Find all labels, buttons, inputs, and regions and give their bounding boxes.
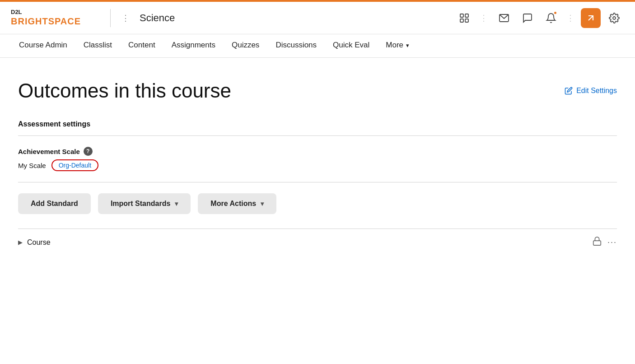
- buttons-divider: [18, 182, 617, 182]
- lock-icon: [592, 236, 602, 248]
- header-divider: [110, 9, 111, 27]
- logo-brightspace-text: BRIGHTSPACE: [11, 16, 81, 26]
- logo-area: D2L BRIGHTSPACE: [11, 9, 101, 27]
- assessment-section: Assessment settings Achievement Scale ? …: [18, 120, 617, 182]
- header-icon-separator-2: ⋮: [565, 13, 577, 23]
- svg-line-5: [588, 16, 593, 20]
- more-actions-label: More Actions: [210, 200, 256, 208]
- import-standards-button[interactable]: Import Standards ▾: [98, 193, 191, 214]
- org-default-badge-text: Org-Default: [59, 162, 91, 169]
- nav-item-discussions[interactable]: Discussions: [267, 34, 325, 58]
- nav-item-more-label: More: [386, 41, 403, 50]
- nav-bar: Course Admin Classlist Content Assignmen…: [0, 34, 635, 58]
- svg-rect-1: [465, 14, 468, 17]
- nav-item-quick-eval[interactable]: Quick Eval: [325, 34, 378, 58]
- mail-icon: [499, 13, 509, 23]
- nav-item-content[interactable]: Content: [120, 34, 163, 58]
- active-icon-button[interactable]: [581, 8, 601, 28]
- lock-svg: [592, 236, 602, 246]
- chat-icon-button[interactable]: [518, 8, 537, 28]
- pencil-icon: [565, 87, 573, 95]
- add-standard-button[interactable]: Add Standard: [18, 193, 91, 214]
- link-external-icon: [585, 13, 596, 23]
- help-icon[interactable]: ?: [84, 147, 93, 156]
- assessment-section-label: Assessment settings: [18, 120, 617, 128]
- import-standards-chevron-icon: ▾: [175, 200, 178, 207]
- action-buttons: Add Standard Import Standards ▾ More Act…: [18, 193, 617, 214]
- svg-point-6: [613, 17, 616, 19]
- main-content: Outcomes in this course Edit Settings As…: [0, 58, 635, 270]
- svg-rect-3: [465, 19, 468, 22]
- assessment-divider: [18, 135, 617, 136]
- nav-item-quizzes[interactable]: Quizzes: [224, 34, 267, 58]
- grid-icon: [459, 13, 470, 23]
- achievement-scale-label: Achievement Scale: [18, 148, 80, 155]
- svg-rect-2: [460, 19, 463, 22]
- header-icon-separator-1: ⋮: [478, 13, 490, 23]
- my-scale-label: My Scale: [18, 162, 46, 169]
- edit-settings-button[interactable]: Edit Settings: [565, 87, 617, 95]
- grid-icon-button[interactable]: [454, 8, 474, 28]
- nav-item-more[interactable]: More ▾: [378, 34, 417, 58]
- page-header: Outcomes in this course Edit Settings: [18, 79, 617, 102]
- header-dots-icon[interactable]: ⋮: [120, 13, 132, 23]
- gear-icon: [609, 13, 620, 23]
- more-actions-button[interactable]: More Actions ▾: [198, 193, 276, 214]
- nav-item-course-admin[interactable]: Course Admin: [11, 34, 75, 58]
- logo: D2L BRIGHTSPACE: [11, 9, 81, 27]
- settings-icon-button[interactable]: [604, 8, 624, 28]
- course-row-left: ▶ Course: [18, 238, 51, 247]
- notification-dot: [553, 11, 557, 15]
- header: D2L BRIGHTSPACE ⋮ Science ⋮: [0, 2, 635, 34]
- import-standards-label: Import Standards: [111, 200, 170, 208]
- header-icons: ⋮ ⋮: [454, 8, 624, 28]
- mail-icon-button[interactable]: [494, 8, 514, 28]
- course-row-label: Course: [27, 238, 51, 247]
- page-title: Outcomes in this course: [18, 79, 231, 102]
- add-standard-label: Add Standard: [31, 200, 78, 208]
- course-title: Science: [140, 12, 175, 24]
- logo-brightspace: BRIGHTSPACE: [11, 16, 81, 27]
- nav-item-classlist[interactable]: Classlist: [75, 34, 120, 58]
- nav-more-chevron-icon: ▾: [406, 42, 409, 49]
- svg-rect-0: [460, 14, 463, 17]
- achievement-scale-row: Achievement Scale ?: [18, 147, 617, 156]
- course-row-dots-icon[interactable]: ···: [607, 238, 617, 247]
- bell-icon-button[interactable]: [541, 8, 561, 28]
- chat-icon: [522, 13, 533, 23]
- edit-settings-label: Edit Settings: [576, 87, 617, 95]
- scale-row: My Scale Org-Default: [18, 159, 617, 171]
- nav-item-assignments[interactable]: Assignments: [163, 34, 224, 58]
- svg-rect-7: [593, 241, 601, 245]
- org-default-badge[interactable]: Org-Default: [51, 159, 98, 171]
- course-row: ▶ Course ···: [18, 229, 617, 256]
- course-row-right: ···: [592, 236, 617, 248]
- more-actions-chevron-icon: ▾: [261, 200, 264, 207]
- course-row-expand-icon[interactable]: ▶: [18, 239, 23, 246]
- logo-d2l: D2L: [11, 9, 81, 16]
